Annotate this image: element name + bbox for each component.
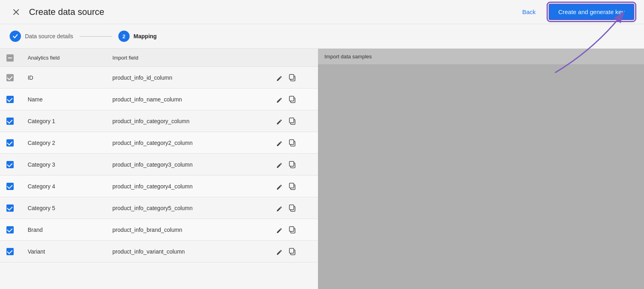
close-button[interactable] — [10, 6, 23, 19]
copy-button-row-variant[interactable] — [286, 246, 299, 257]
checkbox-cell-row-variant — [0, 241, 21, 262]
svg-rect-7 — [289, 118, 294, 123]
checkbox-cell-row-brand — [0, 219, 21, 241]
actions-cell-row-brand — [267, 219, 318, 241]
import-field-row-name: product_info_name_column — [106, 89, 267, 110]
checkbox-cell-row-cat1 — [0, 110, 21, 132]
step-2-circle: 2 — [118, 31, 130, 42]
checkbox-cell-row-cat4 — [0, 175, 21, 197]
import-field-row-variant: product_info_variant_column — [106, 241, 267, 262]
edit-button-row-variant[interactable] — [274, 247, 286, 257]
analytics-field-row-brand: Brand — [21, 219, 106, 241]
checkbox-cell-row-name — [0, 89, 21, 110]
edit-button-row-brand[interactable] — [274, 225, 286, 235]
step-1-circle — [10, 31, 21, 42]
table-row: Category 4product_info_category4_column — [0, 175, 318, 197]
actions-cell-row-variant — [267, 241, 318, 262]
import-field-row-cat1: product_info_category_column — [106, 110, 267, 132]
actions-cell-row-id — [267, 67, 318, 89]
actions-cell-row-cat5 — [267, 197, 318, 219]
table-row: Category 1product_info_category_column — [0, 110, 318, 132]
main-content: Analytics field Import field IDproduct_i… — [0, 49, 644, 289]
actions-cell-row-cat3 — [267, 154, 318, 175]
edit-button-row-id[interactable] — [274, 73, 286, 83]
analytics-field-row-id: ID — [21, 67, 106, 89]
step-1: Data source details — [10, 31, 73, 42]
table-row: Brandproduct_info_brand_column — [0, 219, 318, 241]
row-checkbox-row-variant[interactable] — [6, 248, 14, 255]
import-field-header: Import field — [106, 49, 267, 67]
edit-button-row-cat1[interactable] — [274, 116, 286, 127]
actions-cell-row-cat1 — [267, 110, 318, 132]
edit-button-row-cat3[interactable] — [274, 160, 286, 170]
analytics-field-row-cat5: Category 5 — [21, 197, 106, 219]
copy-button-row-cat3[interactable] — [286, 159, 299, 170]
back-button[interactable]: Back — [516, 5, 542, 19]
dialog-header: Create data source Back Create and gener… — [0, 0, 644, 24]
header-checkbox-cell — [0, 49, 21, 67]
svg-rect-15 — [289, 205, 294, 210]
checkbox-cell-row-cat3 — [0, 154, 21, 175]
table-header-row: Analytics field Import field — [0, 49, 318, 67]
analytics-field-row-variant: Variant — [21, 241, 106, 262]
actions-header — [267, 49, 318, 67]
row-checkbox-row-cat2[interactable] — [6, 139, 14, 147]
import-field-row-id: product_info_id_column — [106, 67, 267, 89]
table-row: IDproduct_info_id_column — [0, 67, 318, 89]
edit-button-row-cat5[interactable] — [274, 203, 286, 214]
edit-button-row-cat2[interactable] — [274, 138, 286, 149]
svg-rect-17 — [289, 227, 294, 231]
row-checkbox-row-cat5[interactable] — [6, 204, 14, 212]
svg-rect-9 — [289, 140, 294, 144]
table-row: Variantproduct_info_variant_column — [0, 241, 318, 262]
table-row: Category 2product_info_category2_column — [0, 132, 318, 154]
actions-cell-row-cat2 — [267, 132, 318, 154]
create-generate-key-button[interactable]: Create and generate key — [549, 4, 634, 20]
analytics-field-header: Analytics field — [21, 49, 106, 67]
import-field-row-cat4: product_info_category4_column — [106, 175, 267, 197]
header-checkbox[interactable] — [6, 54, 14, 62]
edit-button-row-cat4[interactable] — [274, 182, 286, 192]
import-field-row-cat2: product_info_category2_column — [106, 132, 267, 154]
import-field-row-cat3: product_info_category3_column — [106, 154, 267, 175]
row-checkbox-row-name[interactable] — [6, 96, 14, 103]
row-checkbox-row-cat1[interactable] — [6, 118, 14, 125]
header-actions: Back Create and generate key — [516, 4, 634, 20]
svg-rect-19 — [289, 248, 294, 253]
step-2: 2 Mapping — [118, 31, 157, 42]
row-checkbox-row-cat4[interactable] — [6, 183, 14, 190]
copy-button-row-cat5[interactable] — [286, 202, 299, 214]
table-row: Category 3product_info_category3_column — [0, 154, 318, 175]
copy-button-row-name[interactable] — [286, 94, 299, 105]
copy-button-row-brand[interactable] — [286, 224, 299, 235]
step-1-label: Data source details — [25, 33, 73, 39]
copy-button-row-cat2[interactable] — [286, 137, 299, 149]
import-field-row-brand: product_info_brand_column — [106, 219, 267, 241]
row-checkbox-row-id[interactable] — [6, 74, 14, 81]
analytics-field-row-cat3: Category 3 — [21, 154, 106, 175]
dialog-title: Create data source — [29, 7, 516, 17]
checkbox-cell-row-cat2 — [0, 132, 21, 154]
import-samples-panel: Import data samples — [318, 49, 644, 289]
table-body: IDproduct_info_id_columnNameproduct_info… — [0, 67, 318, 262]
analytics-field-row-cat1: Category 1 — [21, 110, 106, 132]
actions-cell-row-name — [267, 89, 318, 110]
copy-button-row-cat4[interactable] — [286, 181, 299, 192]
row-checkbox-row-cat3[interactable] — [6, 161, 14, 168]
edit-button-row-name[interactable] — [274, 95, 286, 105]
table-row: Nameproduct_info_name_column — [0, 89, 318, 110]
copy-button-row-cat1[interactable] — [286, 116, 299, 127]
import-field-row-cat5: product_info_category5_column — [106, 197, 267, 219]
analytics-field-row-cat2: Category 2 — [21, 132, 106, 154]
mapping-table: Analytics field Import field IDproduct_i… — [0, 49, 318, 262]
row-checkbox-row-brand[interactable] — [6, 226, 14, 233]
table-row: Category 5product_info_category5_column — [0, 197, 318, 219]
analytics-field-row-cat4: Category 4 — [21, 175, 106, 197]
mapping-table-area: Analytics field Import field IDproduct_i… — [0, 49, 318, 289]
copy-button-row-id[interactable] — [286, 72, 299, 83]
analytics-field-row-name: Name — [21, 89, 106, 110]
step-2-label: Mapping — [134, 33, 157, 39]
step-divider — [80, 36, 112, 37]
checkbox-cell-row-id — [0, 67, 21, 89]
samples-panel-header: Import data samples — [318, 49, 644, 65]
